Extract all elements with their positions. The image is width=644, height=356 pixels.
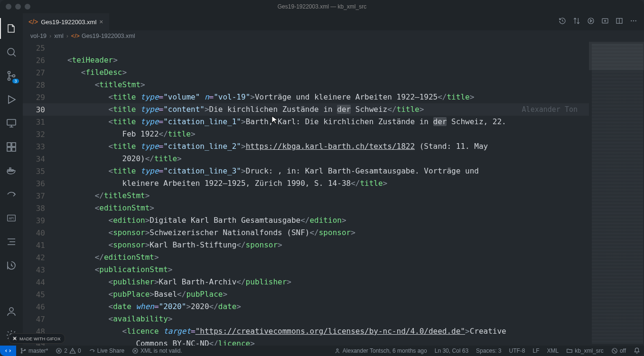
chevron-right-icon: › [66, 33, 68, 39]
xml-file-icon: </> [71, 33, 80, 39]
run-debug-icon[interactable] [0, 89, 23, 110]
minimap-slider[interactable] [589, 42, 644, 70]
code-line[interactable]: 35 <title type="citation_line_3">Druck: … [23, 165, 589, 177]
compare-icon[interactable] [573, 17, 580, 27]
code-line[interactable]: 34 2020)</title> [23, 153, 589, 165]
remote-indicator[interactable] [0, 346, 16, 356]
chevron-right-icon: › [49, 33, 51, 39]
breadcrumb-folder[interactable]: vol-19 [30, 33, 47, 39]
prettier-status[interactable]: off [607, 347, 630, 354]
extensions-icon[interactable] [0, 137, 23, 157]
close-icon[interactable]: × [99, 18, 103, 26]
svg-point-2 [8, 78, 10, 81]
scm-badge: 3 [12, 79, 19, 83]
api-icon[interactable]: API [0, 208, 23, 228]
svg-point-3 [13, 75, 15, 77]
git-branch[interactable]: master* [16, 347, 52, 354]
breadcrumb-file[interactable]: Ges19-1922003.xml [82, 33, 135, 39]
encoding[interactable]: UTF-8 [505, 347, 529, 354]
search-icon[interactable] [0, 42, 23, 63]
share-icon[interactable] [0, 184, 23, 205]
svg-point-23 [635, 20, 636, 21]
svg-rect-7 [7, 147, 11, 151]
timeline-icon[interactable] [0, 255, 23, 276]
svg-point-21 [631, 20, 632, 21]
more-icon[interactable] [630, 17, 637, 27]
svg-point-22 [633, 20, 634, 21]
editor-actions [559, 17, 644, 27]
code-line[interactable]: 36 kleinere Arbeiten 1922–1925, Zürich 1… [23, 177, 589, 190]
svg-point-29 [336, 349, 338, 351]
activity-bar: 3 API [0, 13, 23, 346]
run-icon[interactable] [587, 17, 595, 27]
xml-file-icon: </> [28, 18, 38, 26]
code-editor[interactable]: 25 26 <teiHeader> 27 <fileDesc> 28 <titl… [23, 42, 644, 346]
svg-rect-6 [12, 143, 16, 146]
breadcrumb[interactable]: vol-19 › xml › </> Ges19-1922003.xml [23, 30, 644, 42]
code-line[interactable]: 41 <sponsor>Karl Barth-Stiftung</sponsor… [23, 239, 589, 251]
svg-rect-18 [602, 18, 608, 23]
preview-icon[interactable] [601, 17, 609, 27]
explorer-icon[interactable] [0, 18, 23, 39]
git-blame-inline: Alexander Ton [522, 103, 578, 116]
svg-point-17 [588, 18, 594, 24]
gifox-watermark: MADE WITH GIFOX [9, 333, 65, 344]
indentation[interactable]: Spaces: 3 [472, 347, 505, 354]
breadcrumb-folder[interactable]: xml [54, 33, 63, 39]
history-icon[interactable] [559, 17, 566, 27]
code-line[interactable]: 43 <publicationStmt> [23, 264, 589, 276]
accounts-icon[interactable] [0, 301, 23, 322]
code-line[interactable]: 29 <title type="volume" n="vol-19">Vortr… [23, 91, 589, 103]
svg-rect-12 [9, 168, 11, 169]
code-line[interactable]: 37 </titleStmt> [23, 190, 589, 202]
remote-explorer-icon[interactable] [0, 113, 23, 134]
svg-point-24 [21, 348, 22, 349]
svg-point-19 [605, 20, 606, 22]
code-line[interactable]: 27 <fileDesc> [23, 66, 589, 79]
close-window-icon[interactable] [6, 4, 11, 9]
svg-point-1 [8, 72, 10, 74]
window-title: Ges19-1922003.xml — kb_xml_src [278, 3, 366, 10]
code-line[interactable]: 25 [23, 42, 589, 54]
editor-area: </> Ges19-1922003.xml × [23, 13, 644, 346]
workspace-folder[interactable]: kb_xml_src [562, 347, 607, 354]
code-line[interactable]: 28 <titleStmt> [23, 79, 589, 91]
code-line[interactable]: 40 <sponsor>Schweizerischer Nationalfond… [23, 227, 589, 239]
code-line[interactable]: 46 <date when="2020">2020</date> [23, 301, 589, 313]
minimize-window-icon[interactable] [15, 4, 21, 9]
svg-point-0 [8, 48, 14, 55]
notifications-icon[interactable] [630, 347, 644, 354]
svg-rect-5 [7, 143, 11, 146]
code-line[interactable]: 33 <title type="citation_line_2">https:/… [23, 140, 589, 153]
docker-icon[interactable] [0, 160, 23, 181]
git-blame-status[interactable]: Alexander Tontsch, 6 months ago [330, 347, 431, 354]
code-line[interactable]: 39 <edition>Digitale Karl Barth Gesamtau… [23, 214, 589, 227]
split-editor-icon[interactable] [616, 17, 623, 27]
xml-validation-status[interactable]: XML is not valid. [128, 347, 186, 354]
window-controls[interactable] [0, 4, 30, 9]
code-line[interactable]: 44 <publisher>Karl Barth-Archiv</publish… [23, 276, 589, 288]
code-line[interactable]: 32 Feb 1922</title> [23, 128, 589, 140]
code-line[interactable]: 26 <teiHeader> [23, 54, 589, 66]
code-line[interactable]: 45 <pubPlace>Basel</pubPlace> [23, 288, 589, 301]
code-line[interactable]: 38 <editionStmt> [23, 202, 589, 214]
outline-icon[interactable] [0, 231, 23, 252]
live-share[interactable]: Live Share [85, 347, 128, 354]
title-bar: Ges19-1922003.xml — kb_xml_src [0, 0, 644, 13]
eol[interactable]: LF [529, 347, 543, 354]
code-line[interactable]: 42 </editionStmt> [23, 251, 589, 264]
code-line[interactable]: 47 <availability> [23, 313, 589, 325]
cursor-position[interactable]: Ln 30, Col 63 [431, 347, 472, 354]
code-line[interactable]: 49 Commons BY-NC-ND</licence> [23, 338, 589, 346]
maximize-window-icon[interactable] [25, 4, 30, 9]
code-line-active[interactable]: 30 <title type="content">Die kirchlichen… [23, 103, 589, 116]
source-control-icon[interactable]: 3 [0, 65, 23, 86]
svg-rect-8 [12, 147, 16, 151]
problems[interactable]: 2 0 [52, 347, 84, 354]
code-line[interactable]: 31 <title type="citation_line_1">Barth, … [23, 116, 589, 128]
code-line[interactable]: 48 <licence target="https://creativecomm… [23, 325, 589, 338]
minimap[interactable] [589, 42, 644, 346]
tab-bar: </> Ges19-1922003.xml × [23, 13, 644, 30]
tab-file[interactable]: </> Ges19-1922003.xml × [23, 13, 110, 30]
language-mode[interactable]: XML [543, 347, 563, 354]
